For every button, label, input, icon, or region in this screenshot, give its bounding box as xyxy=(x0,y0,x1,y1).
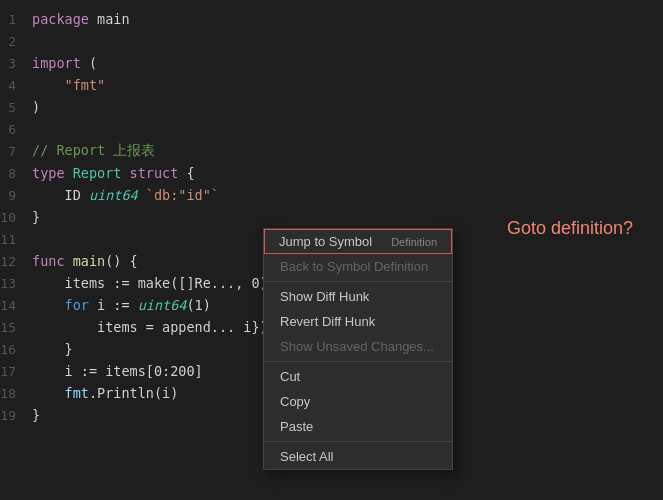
line-number: 14 xyxy=(0,298,32,313)
line-number: 12 xyxy=(0,254,32,269)
line-number: 8 xyxy=(0,166,32,181)
line-number: 13 xyxy=(0,276,32,291)
line-number: 15 xyxy=(0,320,32,335)
code-line: 3import ( xyxy=(0,52,663,74)
code-line: 1package main xyxy=(0,8,663,30)
menu-item-paste[interactable]: Paste xyxy=(264,414,452,439)
line-content: fmt.Println(i) xyxy=(32,385,178,401)
line-content: } xyxy=(32,209,40,225)
menu-item-jump-to-symbol[interactable]: Jump to SymbolDefinition xyxy=(264,229,452,254)
line-content: i := items[0:200] xyxy=(32,363,203,379)
menu-item-copy[interactable]: Copy xyxy=(264,389,452,414)
line-number: 3 xyxy=(0,56,32,71)
line-content: // Report 上报表 xyxy=(32,142,155,160)
line-number: 18 xyxy=(0,386,32,401)
code-editor: 1package main23import (4 "fmt"5)67// Rep… xyxy=(0,0,663,500)
line-number: 17 xyxy=(0,364,32,379)
line-number: 9 xyxy=(0,188,32,203)
menu-item-show-diff-hunk[interactable]: Show Diff Hunk xyxy=(264,284,452,309)
line-number: 5 xyxy=(0,100,32,115)
line-number: 7 xyxy=(0,144,32,159)
code-line: 4 "fmt" xyxy=(0,74,663,96)
menu-item-show-unsaved[interactable]: Show Unsaved Changes... xyxy=(264,334,452,359)
line-content: for i := uint64(1) xyxy=(32,297,211,313)
line-content: package main xyxy=(32,11,130,27)
code-line: 5) xyxy=(0,96,663,118)
line-number: 11 xyxy=(0,232,32,247)
line-number: 1 xyxy=(0,12,32,27)
code-line: 2 xyxy=(0,30,663,52)
line-content: type Report struct { xyxy=(32,165,195,181)
code-line: 8type Report struct { xyxy=(0,162,663,184)
line-number: 16 xyxy=(0,342,32,357)
code-line: 6 xyxy=(0,118,663,140)
menu-item-label: Jump to Symbol xyxy=(279,234,372,249)
line-content: items := make([]Re..., 0) xyxy=(32,275,268,291)
line-content: ) xyxy=(32,99,40,115)
line-number: 4 xyxy=(0,78,32,93)
line-content: } xyxy=(32,407,40,423)
code-line: 7// Report 上报表 xyxy=(0,140,663,162)
line-content: } xyxy=(32,341,73,357)
menu-item-back-to-symbol[interactable]: Back to Symbol Definition xyxy=(264,254,452,279)
line-number: 19 xyxy=(0,408,32,423)
menu-separator xyxy=(264,281,452,282)
line-number: 6 xyxy=(0,122,32,137)
code-line: 10} xyxy=(0,206,663,228)
context-menu: Jump to SymbolDefinitionBack to Symbol D… xyxy=(263,228,453,470)
menu-item-revert-diff-hunk[interactable]: Revert Diff Hunk xyxy=(264,309,452,334)
menu-separator xyxy=(264,441,452,442)
line-number: 10 xyxy=(0,210,32,225)
menu-item-shortcut: Definition xyxy=(391,236,437,248)
line-number: 2 xyxy=(0,34,32,49)
line-content: func main() { xyxy=(32,253,138,269)
menu-item-cut[interactable]: Cut xyxy=(264,364,452,389)
code-line: 9 ID uint64 `db:"id"` xyxy=(0,184,663,206)
menu-separator xyxy=(264,361,452,362)
line-content: ID uint64 `db:"id"` xyxy=(32,187,219,203)
menu-item-select-all[interactable]: Select All xyxy=(264,444,452,469)
line-content: "fmt" xyxy=(32,77,105,93)
line-content: import ( xyxy=(32,55,97,71)
line-content: items = append... i}) xyxy=(32,319,268,335)
